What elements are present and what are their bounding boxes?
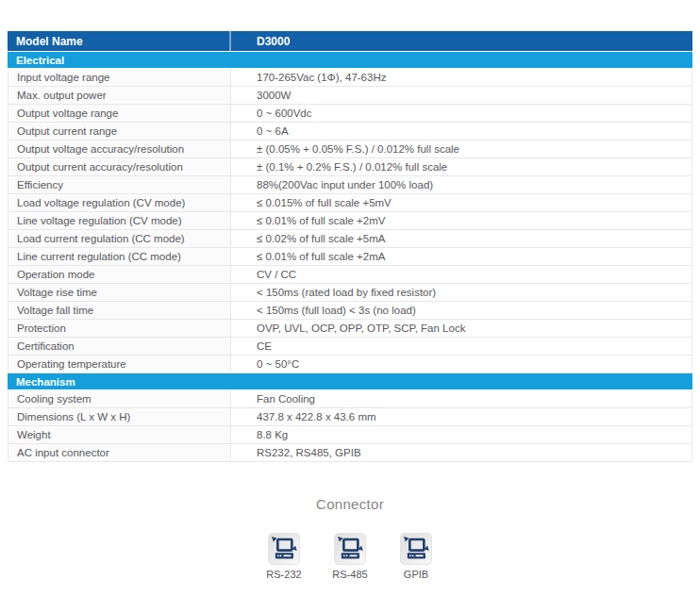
table-row: Output voltage accuracy/resolution ± (0.…	[8, 141, 692, 158]
table-header-model-value: D3000	[231, 31, 692, 51]
connector-section: Connector RS-232	[0, 496, 700, 580]
table-row: Load voltage regulation (CV mode) ≤ 0.01…	[8, 194, 692, 212]
table-header-model-name: Model Name	[8, 31, 231, 51]
spec-table: Model Name D3000 Electrical Input voltag…	[8, 31, 692, 462]
table-row: Operation mode CV / CC	[8, 266, 692, 284]
row-value: ≤ 0.02% of full scale +5mA	[231, 230, 692, 247]
row-label: Output current range	[8, 123, 231, 140]
row-label: Output voltage range	[8, 105, 231, 122]
row-value: 88%(200Vac input under 100% load)	[231, 176, 692, 193]
row-value: 8.8 Kg	[231, 426, 692, 443]
table-row: Output current accuracy/resolution ± (0.…	[8, 158, 692, 176]
row-value: OVP, UVL, OCP, OPP, OTP, SCP, Fan Lock	[231, 320, 692, 337]
row-value: 0 ~ 50°C	[231, 356, 692, 372]
row-label: Input voltage range	[8, 69, 231, 86]
table-row: Line voltage regulation (CV mode) ≤ 0.01…	[8, 212, 692, 230]
row-value: 437.8 x 422.8 x 43.6 mm	[231, 408, 692, 425]
connector-item: RS-485	[325, 533, 375, 580]
row-label: Voltage rise time	[8, 284, 231, 301]
connector-item-label: RS-232	[266, 569, 301, 580]
row-value: ± (0.05% + 0.05% F.S.) / 0.012% full sca…	[231, 141, 692, 157]
row-value: ± (0.1% + 0.2% F.S.) / 0.012% full scale	[231, 158, 692, 175]
table-section-row: Electrical	[8, 52, 692, 69]
row-value: 0 ~ 6A	[231, 123, 692, 140]
row-label: Protection	[8, 320, 231, 337]
table-row: Cooling system Fan Cooling	[8, 390, 692, 408]
computer-transfer-icon	[270, 535, 298, 563]
table-row: Output voltage range 0 ~ 600Vdc	[8, 105, 692, 123]
table-row: Dimensions (L x W x H) 437.8 x 422.8 x 4…	[8, 408, 692, 426]
row-label: Output voltage accuracy/resolution	[8, 141, 231, 157]
row-label: Load voltage regulation (CV mode)	[8, 194, 231, 211]
table-row: Protection OVP, UVL, OCP, OPP, OTP, SCP,…	[8, 320, 692, 338]
icon-tile	[400, 533, 432, 565]
computer-transfer-icon	[402, 535, 430, 563]
section-label: Mechanism	[16, 376, 75, 388]
row-value: CV / CC	[231, 266, 692, 283]
row-label: Line voltage regulation (CV mode)	[8, 212, 231, 229]
row-value: < 150ms (rated load by fixed resistor)	[231, 284, 692, 301]
table-row: Line current regulation (CC mode) ≤ 0.01…	[8, 248, 692, 266]
icon-tile	[334, 533, 366, 565]
row-value: 0 ~ 600Vdc	[231, 105, 692, 122]
row-value: Fan Cooling	[231, 390, 692, 407]
row-label: Cooling system	[8, 390, 231, 407]
table-row: Input voltage range 170-265Vac (1Φ), 47-…	[8, 69, 692, 87]
row-label: Max. output power	[8, 87, 231, 104]
connector-items: RS-232 RS-485	[0, 533, 700, 580]
table-row: Max. output power 3000W	[8, 87, 692, 105]
connector-item: RS-232	[259, 533, 308, 580]
table-section-row: Mechanism	[8, 373, 692, 390]
computer-transfer-icon	[336, 535, 364, 563]
row-label: Voltage fall time	[8, 302, 231, 319]
table-header-row: Model Name D3000	[8, 31, 692, 52]
spec-sheet-page: Model Name D3000 Electrical Input voltag…	[0, 0, 700, 612]
table-row: AC input connector RS232, RS485, GPIB	[8, 444, 692, 462]
section-label: Electrical	[16, 55, 64, 66]
connector-item: GPIB	[392, 533, 441, 580]
table-row: Certification CE	[8, 338, 692, 356]
connector-title: Connector	[0, 496, 700, 512]
row-value: 3000W	[231, 87, 692, 104]
table-row: Operating temperature 0 ~ 50°C	[8, 356, 692, 373]
table-row: Weight 8.8 Kg	[8, 426, 692, 444]
row-label: Dimensions (L x W x H)	[8, 408, 231, 425]
icon-tile	[268, 533, 300, 565]
row-label: Operating temperature	[8, 356, 231, 372]
table-row: Efficiency 88%(200Vac input under 100% l…	[8, 176, 692, 194]
table-row: Output current range 0 ~ 6A	[8, 123, 692, 141]
row-value: 170-265Vac (1Φ), 47-63Hz	[231, 69, 692, 86]
row-value: ≤ 0.01% of full scale +2mV	[231, 212, 692, 229]
row-value: ≤ 0.01% of full scale +2mA	[231, 248, 692, 265]
table-row: Load current regulation (CC mode) ≤ 0.02…	[8, 230, 692, 248]
row-label: Line current regulation (CC mode)	[8, 248, 231, 265]
row-value: ≤ 0.015% of full scale +5mV	[231, 194, 692, 211]
row-value: < 150ms (full load) < 3s (no load)	[231, 302, 692, 319]
row-label: AC input connector	[8, 444, 231, 461]
connector-item-label: RS-485	[332, 569, 367, 580]
row-value: CE	[231, 338, 692, 355]
row-label: Certification	[8, 338, 231, 355]
row-value: RS232, RS485, GPIB	[231, 444, 692, 461]
table-row: Voltage rise time < 150ms (rated load by…	[8, 284, 692, 302]
row-label: Operation mode	[8, 266, 231, 283]
table-row: Voltage fall time < 150ms (full load) < …	[8, 302, 692, 320]
row-label: Weight	[8, 426, 231, 443]
row-label: Load current regulation (CC mode)	[8, 230, 231, 247]
table-body: Electrical Input voltage range 170-265Va…	[8, 52, 692, 462]
connector-item-label: GPIB	[404, 569, 428, 580]
row-label: Efficiency	[8, 176, 231, 193]
row-label: Output current accuracy/resolution	[8, 158, 231, 175]
